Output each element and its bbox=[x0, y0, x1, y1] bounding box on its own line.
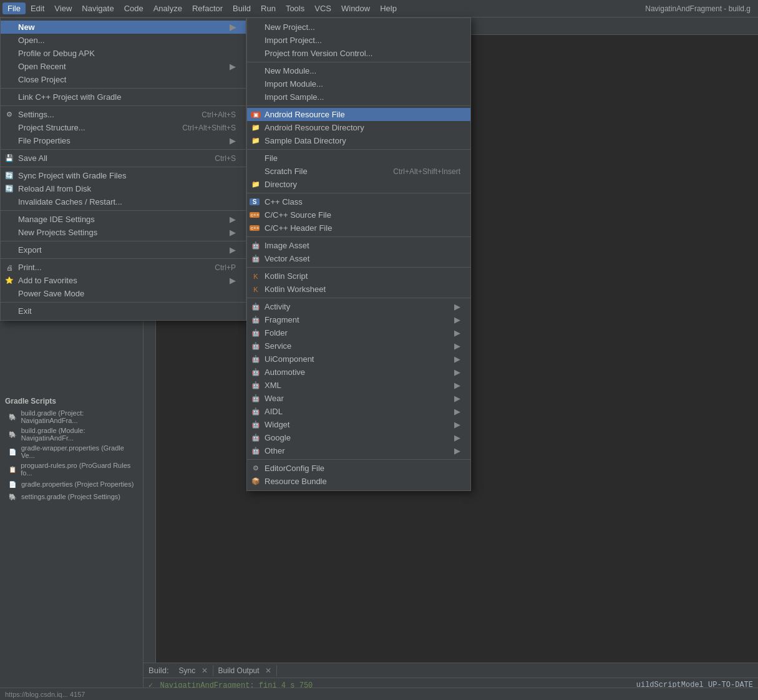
file-menu-reload[interactable]: 🔄 Reload All from Disk bbox=[1, 182, 246, 195]
cpp-source-icon: c++ bbox=[250, 212, 260, 218]
build-panel-header: Build: Sync ✕ Build Output ✕ bbox=[143, 663, 758, 678]
file-menu-new[interactable]: New ▶ bbox=[1, 21, 246, 34]
file-menu-power-save[interactable]: Power Save Mode bbox=[1, 287, 246, 300]
menu-navigate[interactable]: Navigate bbox=[77, 2, 119, 14]
new-item-fragment[interactable]: 🤖 Fragment ▶ bbox=[247, 313, 470, 326]
new-item-widget[interactable]: 🤖 Widget ▶ bbox=[247, 418, 470, 431]
file-menu-sync-gradle[interactable]: 🔄 Sync Project with Gradle Files bbox=[1, 169, 246, 182]
build-tab-sync[interactable]: Sync ✕ bbox=[174, 665, 213, 676]
arrow-folder: ▶ bbox=[454, 328, 460, 338]
file-menu-print[interactable]: 🖨 Print... Ctrl+P bbox=[1, 261, 246, 274]
file-menu-exit[interactable]: Exit bbox=[1, 304, 246, 318]
new-item-folder[interactable]: 🤖 Folder ▶ bbox=[247, 326, 470, 339]
sidebar-item-build-gradle-project[interactable]: 🐘 build.gradle (Project: NavigatinAndFra… bbox=[0, 408, 143, 425]
file-menu-profile-debug[interactable]: Profile or Debug APK bbox=[1, 47, 246, 60]
sidebar-item-proguard[interactable]: 📋 proguard-rules.pro (ProGuard Rules fo.… bbox=[0, 460, 143, 478]
new-item-cpp-source[interactable]: c++ C/C++ Source File bbox=[247, 208, 470, 221]
sidebar-item-build-gradle-module[interactable]: 🐘 build.gradle (Module: NavigatinAndFr..… bbox=[0, 425, 143, 443]
new-item-import-project[interactable]: Import Project... bbox=[247, 34, 470, 47]
menu-vcs[interactable]: VCS bbox=[309, 2, 336, 14]
new-item-automotive[interactable]: 🤖 Automotive ▶ bbox=[247, 366, 470, 379]
menu-code[interactable]: Code bbox=[119, 2, 148, 14]
file-menu-project-structure[interactable]: Project Structure... Ctrl+Alt+Shift+S bbox=[1, 121, 246, 134]
new-item-wear[interactable]: 🤖 Wear ▶ bbox=[247, 392, 470, 405]
file-menu-open-recent[interactable]: Open Recent ▶ bbox=[1, 60, 246, 73]
new-item-ui-component[interactable]: 🤖 UiComponent ▶ bbox=[247, 352, 470, 366]
android-resource-icon: ▣ bbox=[251, 112, 261, 118]
fragment-icon: 🤖 bbox=[251, 316, 261, 324]
file-menu-settings[interactable]: ⚙ Settings... Ctrl+Alt+S bbox=[1, 108, 246, 121]
new-item-android-resource-file[interactable]: ▣ Android Resource File bbox=[247, 108, 470, 121]
separator-new-2 bbox=[247, 105, 470, 106]
new-item-cpp-class[interactable]: S C++ Class bbox=[247, 195, 470, 208]
new-item-google[interactable]: 🤖 Google ▶ bbox=[247, 431, 470, 444]
cpp-header-icon: c++ bbox=[250, 225, 260, 231]
new-item-android-resource-dir[interactable]: 📁 Android Resource Directory bbox=[247, 121, 470, 134]
new-item-file[interactable]: File bbox=[247, 152, 470, 165]
other-icon: 🤖 bbox=[251, 447, 261, 455]
menu-view[interactable]: View bbox=[49, 2, 77, 14]
file-menu-new-projects-settings[interactable]: New Projects Settings ▶ bbox=[1, 226, 246, 239]
menu-run[interactable]: Run bbox=[256, 2, 281, 14]
automotive-icon: 🤖 bbox=[251, 368, 261, 376]
file-menu-export[interactable]: Export ▶ bbox=[1, 243, 246, 256]
menu-build[interactable]: Build bbox=[228, 2, 256, 14]
separator-new-6 bbox=[247, 267, 470, 268]
new-item-from-vcs[interactable]: Project from Version Control... bbox=[247, 47, 470, 60]
new-item-resource-bundle[interactable]: 📦 Resource Bundle bbox=[247, 475, 470, 488]
arrow-ui: ▶ bbox=[454, 354, 460, 364]
new-item-activity[interactable]: 🤖 Activity ▶ bbox=[247, 300, 470, 313]
arrow-icon-favorites: ▶ bbox=[230, 276, 236, 285]
gradle-icon: 🐘 bbox=[7, 412, 17, 422]
sidebar-item-gradle-properties[interactable]: 📄 gradle.properties (Project Properties) bbox=[0, 478, 143, 490]
file-menu-invalidate[interactable]: Invalidate Caches / Restart... bbox=[1, 195, 246, 208]
menu-help[interactable]: Help bbox=[375, 2, 402, 14]
new-item-other[interactable]: 🤖 Other ▶ bbox=[247, 444, 470, 457]
new-item-kotlin-script[interactable]: K Kotlin Script bbox=[247, 270, 470, 283]
new-item-xml[interactable]: 🤖 XML ▶ bbox=[247, 379, 470, 392]
arrow-fragment: ▶ bbox=[454, 315, 460, 324]
new-item-new-module[interactable]: New Module... bbox=[247, 64, 470, 77]
close-icon-sync[interactable]: ✕ bbox=[202, 666, 208, 675]
new-item-import-sample[interactable]: Import Sample... bbox=[247, 90, 470, 104]
file-menu-add-favorites[interactable]: ⭐ Add to Favorites ▶ bbox=[1, 274, 246, 287]
close-icon-output[interactable]: ✕ bbox=[265, 666, 271, 675]
new-item-aidl[interactable]: 🤖 AIDL ▶ bbox=[247, 405, 470, 418]
menu-refactor[interactable]: Refactor bbox=[187, 2, 228, 14]
new-item-directory[interactable]: 📁 Directory bbox=[247, 178, 470, 191]
separator-1 bbox=[1, 88, 246, 89]
new-item-cpp-header[interactable]: c++ C/C++ Header File bbox=[247, 221, 470, 235]
new-submenu: New Project... Import Project... Project… bbox=[246, 17, 471, 491]
menu-window[interactable]: Window bbox=[336, 2, 375, 14]
new-item-editorconfig[interactable]: ⚙ EditorConfig File bbox=[247, 462, 470, 475]
new-item-sample-data-dir[interactable]: 📁 Sample Data Directory bbox=[247, 134, 470, 147]
separator-new-4 bbox=[247, 193, 470, 193]
new-item-scratch-file[interactable]: Scratch File Ctrl+Alt+Shift+Insert bbox=[247, 165, 470, 178]
file-menu-link-cpp[interactable]: Link C++ Project with Gradle bbox=[1, 90, 246, 104]
file-menu-file-properties[interactable]: File Properties ▶ bbox=[1, 134, 246, 147]
new-item-import-module[interactable]: Import Module... bbox=[247, 77, 470, 90]
shortcut-settings: Ctrl+Alt+S bbox=[183, 110, 236, 119]
new-item-new-project[interactable]: New Project... bbox=[247, 21, 470, 34]
separator-4 bbox=[1, 167, 246, 167]
new-item-kotlin-worksheet[interactable]: K Kotlin Worksheet bbox=[247, 283, 470, 296]
file-menu-dropdown: New ▶ Open... Profile or Debug APK Open … bbox=[0, 17, 246, 321]
file-menu-open[interactable]: Open... bbox=[1, 34, 246, 47]
sidebar-item-settings-gradle[interactable]: 🐘 settings.gradle (Project Settings) bbox=[0, 490, 143, 503]
new-item-vector-asset[interactable]: 🤖 Vector Asset bbox=[247, 252, 470, 265]
new-item-service[interactable]: 🤖 Service ▶ bbox=[247, 339, 470, 352]
menu-file[interactable]: File bbox=[2, 2, 26, 14]
arrow-icon-manage: ▶ bbox=[230, 215, 236, 224]
sidebar-item-gradle-wrapper[interactable]: 📄 gradle-wrapper.properties (Gradle Ve..… bbox=[0, 443, 143, 460]
file-icon-2: 📄 bbox=[7, 479, 17, 489]
file-menu-save-all[interactable]: 💾 Save All Ctrl+S bbox=[1, 152, 246, 165]
menu-edit[interactable]: Edit bbox=[26, 2, 49, 14]
menu-analyze[interactable]: Analyze bbox=[148, 2, 187, 14]
new-item-image-asset[interactable]: 🤖 Image Asset bbox=[247, 239, 470, 252]
menu-tools[interactable]: Tools bbox=[281, 2, 309, 14]
wear-icon: 🤖 bbox=[251, 394, 261, 402]
shortcut-scratch: Ctrl+Alt+Shift+Insert bbox=[381, 167, 460, 176]
file-menu-manage-ide[interactable]: Manage IDE Settings ▶ bbox=[1, 213, 246, 226]
file-menu-close-project[interactable]: Close Project bbox=[1, 73, 246, 86]
build-tab-output[interactable]: Build Output ✕ bbox=[213, 665, 277, 676]
